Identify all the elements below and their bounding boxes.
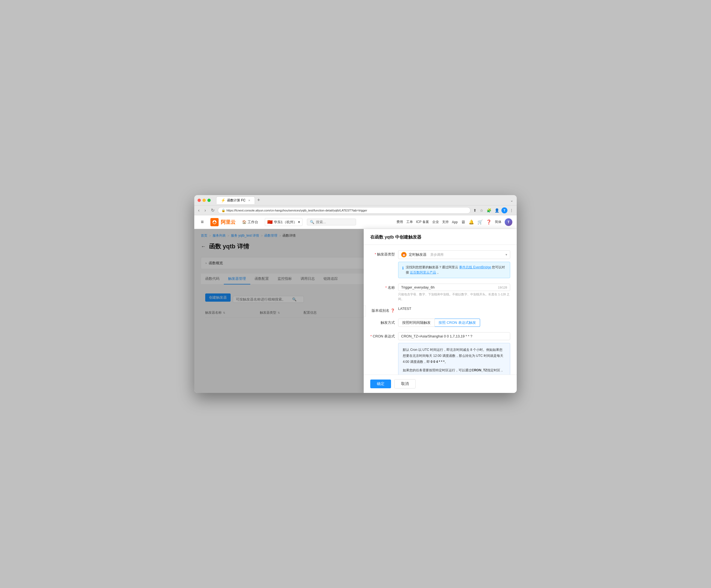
trigger-method-label: 触发方式 [370, 319, 395, 325]
trigger-type-control: ⏰ 定时触发器 异步调用 ▾ ℹ 没找到您 [398, 250, 510, 278]
trigger-method-row: 触发方式 按照时间间隔触发 按照 CRON 表达式触发 [370, 319, 510, 327]
user-avatar[interactable]: T [505, 218, 512, 226]
bell-icon[interactable]: 🔔 [469, 219, 474, 224]
create-trigger-panel: ‹ 在函数 yqtb 中创建触发器 触发器类型 ⏰ 定时触发器 [364, 229, 517, 393]
trigger-name-control: 19/128 只能包含字母、数字、下划线和中划线。不能以数字、中划线开头。长度在… [398, 284, 510, 301]
trigger-method-control: 按照时间间隔触发 按照 CRON 表达式触发 [398, 319, 510, 327]
aliyun-top-nav: ≡ 阿里云 🏠 工作台 🇨🇳 华东1（杭州） ▾ 🔍 费用 工单 ICP 备案 [194, 215, 517, 229]
tab-close-icon[interactable]: ✕ [248, 199, 250, 202]
trigger-type-arrow-icon: ▾ [505, 253, 507, 257]
main-content: 首页 > 服务列表 > 服务 yqtb_test 详情 > 函数管理 > 函数详… [194, 229, 517, 393]
panel-collapse-handle[interactable]: ‹ [364, 305, 366, 317]
nav-enterprise-link[interactable]: 企业 [432, 220, 439, 224]
nav-fee-link[interactable]: 费用 [396, 220, 403, 224]
browser-menu-icon[interactable]: ⌄ [510, 198, 513, 202]
cron-input[interactable] [398, 332, 510, 340]
trigger-name-input-wrapper: 19/128 [398, 284, 510, 291]
workbench-nav-item[interactable]: 🏠 工作台 [240, 219, 260, 226]
browser-tab-bar: ⚡ 函数计算 FC ✕ + [216, 196, 508, 204]
version-alias-label: 版本或别名 ❓ [370, 307, 395, 313]
trigger-method-buttons: 按照时间间隔触发 按照 CRON 表达式触发 [398, 319, 510, 327]
version-alias-row: 版本或别名 ❓ LATEST [370, 307, 510, 313]
share-icon[interactable]: ⬆ [472, 207, 478, 214]
trigger-type-select[interactable]: ⏰ 定时触发器 异步调用 ▾ [398, 250, 510, 259]
cron-example-1: 0 0 4 * * * [431, 360, 445, 364]
bookmark-icon[interactable]: ☆ [479, 207, 484, 214]
region-flag: 🇨🇳 [267, 219, 273, 224]
extension-icon[interactable]: 🧩 [486, 207, 492, 214]
panel-body: 触发器类型 ⏰ 定时触发器 异步调用 ▾ [364, 245, 517, 375]
nav-app-link[interactable]: App [452, 220, 458, 224]
lock-icon: 🔒 [221, 209, 225, 212]
language-selector[interactable]: 简体 [495, 220, 501, 224]
workbench-label: 工作台 [247, 220, 258, 224]
browser-nav-icons: ⬆ ☆ 🧩 👤 T ⋮ [472, 207, 515, 214]
traffic-lights [198, 199, 211, 202]
forward-button[interactable]: › [203, 207, 208, 214]
name-hint-text: 只能包含字母、数字、下划线和中划线。不能以数字、中划线开头。长度在 1-128 … [398, 292, 510, 301]
version-help-icon[interactable]: ❓ [390, 308, 395, 312]
profile-icon[interactable]: 👤 [494, 207, 500, 214]
trigger-type-text: 定时触发器 异步调用 [409, 252, 503, 257]
trigger-type-row: 触发器类型 ⏰ 定时触发器 异步调用 ▾ [370, 250, 510, 278]
url-text: https://fcnext.console.aliyun.com/cn-han… [227, 209, 467, 212]
cron-tz-bold: CRON_TZ [472, 368, 487, 372]
cron-label: CRON 表达式 [370, 332, 395, 339]
tab-title: 函数计算 FC [227, 198, 245, 203]
search-icon: 🔍 [310, 220, 314, 224]
interval-method-button[interactable]: 按照时间间隔触发 [398, 319, 435, 327]
close-window-button[interactable] [198, 199, 201, 202]
help-icon[interactable]: ❓ [486, 219, 492, 224]
cron-method-button[interactable]: 按照 CRON 表达式触发 [435, 319, 480, 327]
browser-tab[interactable]: ⚡ 函数计算 FC ✕ [216, 196, 255, 204]
trigger-type-icon: ⏰ [401, 252, 407, 257]
cron-info-text-1: 默认 Cron 以 UTC 时间运行，即北京时间减去 8 个小时。例如如果您想要… [403, 347, 505, 365]
cancel-button[interactable]: 取消 [394, 379, 416, 389]
region-label: 华东1（杭州） [274, 220, 297, 224]
version-value: LATEST [398, 305, 411, 311]
tab-favicon: ⚡ [221, 198, 225, 202]
refresh-button[interactable]: ↻ [209, 206, 216, 214]
aliyun-logo: 阿里云 [210, 218, 236, 226]
products-link[interactable]: 近百数阿里云产品 [410, 270, 436, 274]
panel-title: 在函数 yqtb 中创建触发器 [370, 235, 422, 240]
browser-nav-bar: ‹ › ↻ 🔒 https://fcnext.console.aliyun.co… [194, 205, 517, 215]
cron-expression-row: CRON 表达式 默认 Cron 以 UTC 时间运行，即北京时间减去 8 个小… [370, 332, 510, 375]
global-search-box[interactable]: 🔍 [307, 219, 356, 225]
trigger-name-label: 名称 [370, 284, 395, 290]
trigger-type-label: 触发器类型 [370, 250, 395, 257]
title-bar: ⚡ 函数计算 FC ✕ + ⌄ [194, 195, 517, 205]
aliyun-logo-icon [210, 218, 219, 226]
version-alias-control: LATEST [398, 307, 510, 311]
trigger-name-row: 名称 19/128 只能包含字母、数字、下划线和中划线。不能以数字、中划线开头。… [370, 284, 510, 301]
region-selector[interactable]: 🇨🇳 华东1（杭州） ▾ [265, 218, 302, 226]
info-text: 没找到您想要的触发器？通过阿里云 事件总线 EventBridge 您可以对接 … [406, 265, 506, 275]
new-tab-button[interactable]: + [256, 197, 261, 203]
cron-info-text-2: 如果您的任务需要按照特定时区运行，可以通过CRON_TZ指定时区，例如在北京时间… [403, 368, 505, 375]
avatar-nav-icon[interactable]: T [501, 208, 508, 213]
global-search-input[interactable] [316, 220, 349, 224]
trigger-name-input[interactable] [401, 285, 498, 289]
info-icon: ℹ [402, 265, 404, 275]
cart-icon[interactable]: 🛒 [477, 219, 483, 224]
minimize-window-button[interactable] [202, 199, 206, 202]
top-nav-right: 费用 工单 ICP 备案 企业 支持 App 🖥 🔔 🛒 ❓ 简体 T [396, 218, 512, 226]
nav-ticket-link[interactable]: 工单 [406, 220, 413, 224]
panel-footer: 确定 取消 [364, 375, 517, 393]
eventbridge-link[interactable]: 事件总线 EventBridge [459, 265, 491, 269]
region-arrow-icon: ▾ [298, 220, 300, 224]
maximize-window-button[interactable] [208, 199, 211, 202]
panel-header: 在函数 yqtb 中创建触发器 [364, 229, 517, 245]
name-char-count: 19/128 [498, 286, 507, 289]
url-bar[interactable]: 🔒 https://fcnext.console.aliyun.com/cn-h… [218, 207, 471, 214]
nav-support-link[interactable]: 支持 [442, 220, 449, 224]
confirm-button[interactable]: 确定 [370, 379, 391, 388]
hamburger-menu-button[interactable]: ≡ [199, 218, 206, 226]
browser-menu-dots[interactable]: ⋮ [509, 207, 515, 214]
back-button[interactable]: ‹ [196, 207, 201, 214]
aliyun-logo-text: 阿里云 [221, 219, 236, 225]
nav-icp-link[interactable]: ICP 备案 [416, 220, 429, 224]
trigger-info-box: ℹ 没找到您想要的触发器？通过阿里云 事件总线 EventBridge 您可以对… [398, 262, 510, 278]
cron-info-box: 默认 Cron 以 UTC 时间运行，即北京时间减去 8 个小时。例如如果您想要… [398, 343, 510, 375]
monitor-icon[interactable]: 🖥 [461, 220, 465, 224]
